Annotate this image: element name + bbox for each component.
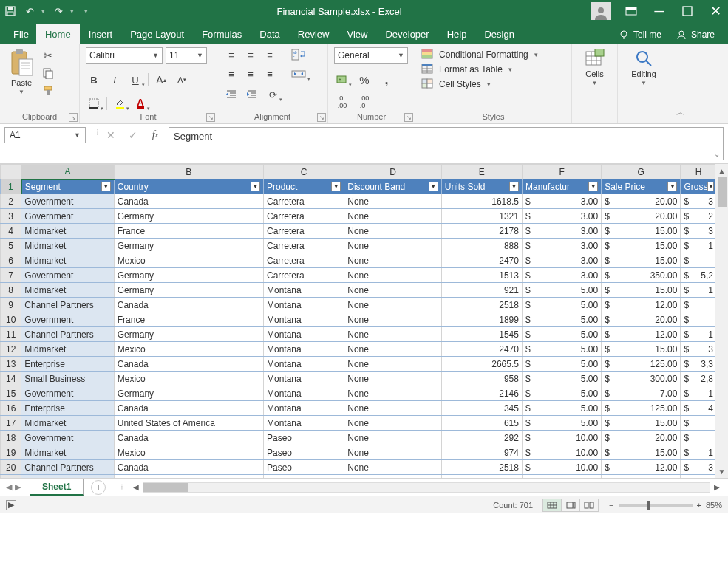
italic-button[interactable]: I (106, 72, 123, 87)
sheet-tab-active[interactable]: Sheet1 (30, 479, 84, 496)
cell[interactable]: $ (681, 253, 715, 268)
cell[interactable]: Small Business (21, 372, 114, 386)
page-break-view-button[interactable] (579, 499, 599, 512)
tab-page-layout[interactable]: Page Layout (121, 24, 193, 44)
row-header[interactable]: 15 (1, 386, 21, 401)
cell[interactable]: France (114, 224, 263, 239)
cell[interactable]: $350.00 (602, 268, 681, 283)
cell[interactable]: $3 (681, 460, 715, 475)
cell[interactable]: Montana (264, 416, 344, 431)
cell[interactable]: $10.00 (522, 460, 601, 475)
select-all-corner[interactable] (1, 165, 21, 179)
cell[interactable]: $1 (681, 445, 715, 460)
table-header-cell[interactable]: Segment▼ (21, 179, 114, 194)
cell[interactable]: Montana (264, 342, 344, 357)
cell[interactable]: None (344, 253, 441, 268)
increase-indent-button[interactable] (244, 87, 260, 102)
cell[interactable]: 1618.5 (441, 194, 522, 209)
cell[interactable]: $7.00 (602, 386, 681, 401)
decrease-indent-button[interactable] (223, 87, 239, 102)
row-header[interactable]: 9 (1, 298, 21, 312)
row-header[interactable]: 10 (1, 312, 21, 327)
user-avatar[interactable] (591, 2, 611, 20)
cell[interactable]: $1 (681, 239, 715, 253)
cell[interactable]: Government (21, 209, 114, 224)
cell[interactable]: $12.00 (602, 460, 681, 475)
filter-button[interactable]: ▼ (707, 182, 714, 191)
scroll-thumb[interactable] (143, 483, 188, 492)
row-header[interactable]: 5 (1, 239, 21, 253)
cell[interactable]: Enterprise (21, 357, 114, 372)
cell[interactable]: Midmarket (21, 224, 114, 239)
dialog-launcher-icon[interactable]: ↘ (69, 113, 78, 122)
cell[interactable]: $3,3 (681, 357, 715, 372)
cell[interactable]: $10.00 (522, 445, 601, 460)
cell[interactable]: $3,5 (681, 475, 715, 479)
wrap-text-button[interactable]: abc (288, 47, 309, 62)
dialog-launcher-icon[interactable]: ↘ (317, 113, 326, 122)
enter-formula-button[interactable]: ✓ (123, 127, 143, 143)
cell[interactable]: Government (21, 475, 114, 479)
cell[interactable]: 292 (441, 431, 522, 445)
comma-button[interactable]: , (378, 72, 395, 87)
tab-home[interactable]: Home (36, 24, 80, 44)
save-icon[interactable] (4, 5, 16, 17)
cell[interactable]: Paseo (264, 445, 344, 460)
cell[interactable]: $5.00 (522, 357, 601, 372)
cell[interactable]: Channel Partners (21, 327, 114, 342)
cell[interactable]: $ (681, 416, 715, 431)
table-header-cell[interactable]: Sale Price▼ (602, 179, 681, 194)
scroll-down-icon[interactable]: ▼ (715, 465, 728, 478)
cell[interactable]: $5.00 (522, 298, 601, 312)
cell[interactable]: $20.00 (602, 431, 681, 445)
page-layout-view-button[interactable] (561, 499, 580, 512)
dialog-launcher-icon[interactable]: ↘ (404, 113, 413, 122)
cut-icon[interactable]: ✂ (41, 49, 55, 62)
horizontal-scrollbar[interactable]: ⁞ ◀ ▶ (120, 482, 724, 493)
cell[interactable]: Germany (114, 327, 263, 342)
cell[interactable]: $5,2 (681, 268, 715, 283)
cell[interactable]: None (344, 460, 441, 475)
cell[interactable]: $300.00 (602, 372, 681, 386)
cell[interactable]: $3 (681, 194, 715, 209)
normal-view-button[interactable] (542, 499, 562, 512)
bold-button[interactable]: B (86, 72, 102, 87)
accounting-format-button[interactable]: $▾ (334, 72, 350, 87)
table-header-cell[interactable]: Gross▼ (681, 179, 715, 194)
row-header[interactable]: 4 (1, 224, 21, 239)
cell[interactable]: Paseo (264, 431, 344, 445)
align-left-button[interactable]: ≡ (223, 66, 239, 81)
fill-color-button[interactable]: ▾ (112, 96, 128, 111)
cell[interactable]: None (344, 327, 441, 342)
cell[interactable]: $10.00 (522, 475, 601, 479)
tab-help[interactable]: Help (438, 24, 476, 44)
zoom-out-button[interactable]: − (609, 501, 613, 510)
increase-decimal-button[interactable]: .0.00 (334, 95, 350, 109)
share-button[interactable]: Share (669, 25, 722, 44)
cell[interactable]: Germany (114, 283, 263, 298)
cell[interactable]: Carretera (264, 194, 344, 209)
cell[interactable]: $12.00 (602, 298, 681, 312)
cell[interactable]: $125.00 (602, 401, 681, 416)
cell[interactable]: $ (681, 312, 715, 327)
filter-button[interactable]: ▼ (509, 182, 519, 191)
cell[interactable]: Channel Partners (21, 460, 114, 475)
cell[interactable]: $20.00 (602, 209, 681, 224)
cell[interactable]: 1321 (441, 209, 522, 224)
vertical-scrollbar[interactable]: ▲ ▼ (715, 164, 728, 478)
cell[interactable]: Carretera (264, 268, 344, 283)
cell[interactable]: 1899 (441, 312, 522, 327)
cell[interactable]: None (344, 342, 441, 357)
row-header[interactable]: 2 (1, 194, 21, 209)
align-bottom-button[interactable]: ≡ (262, 47, 278, 62)
row-header[interactable]: 13 (1, 357, 21, 372)
cell[interactable]: $5.00 (522, 372, 601, 386)
cell[interactable]: Montana (264, 372, 344, 386)
cell[interactable]: 615 (441, 416, 522, 431)
tab-file[interactable]: File (6, 24, 36, 44)
cell[interactable]: Government (21, 386, 114, 401)
number-format-combo[interactable]: General▼ (334, 47, 408, 64)
column-header-F[interactable]: F (522, 165, 601, 179)
cell[interactable]: None (344, 431, 441, 445)
cell[interactable]: $5.00 (522, 401, 601, 416)
